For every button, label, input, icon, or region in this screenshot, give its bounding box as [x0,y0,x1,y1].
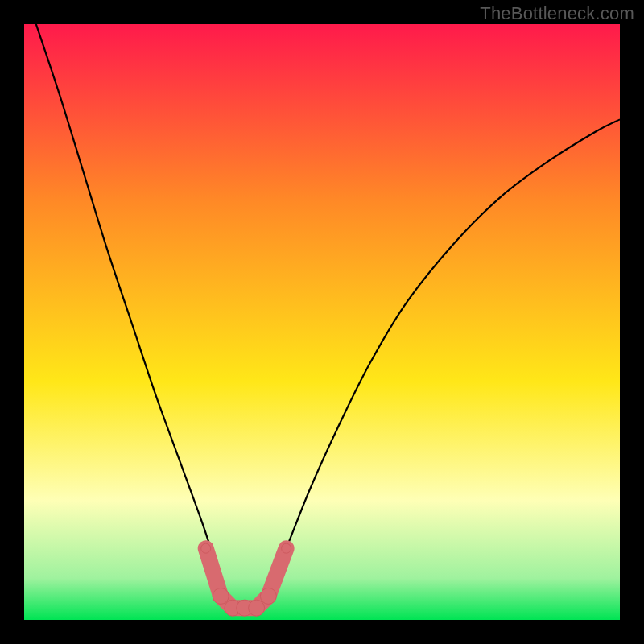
marker-dot [213,588,229,604]
chart-stage: TheBottleneck.com [0,0,644,644]
watermark-text: TheBottleneck.com [480,3,634,24]
marker-dot [201,543,211,553]
plot-area [24,24,620,620]
marker-dot [282,543,291,553]
gradient-background [24,24,620,620]
marker-dot [249,600,265,616]
marker-dot [260,588,276,604]
chart-svg [24,24,620,620]
